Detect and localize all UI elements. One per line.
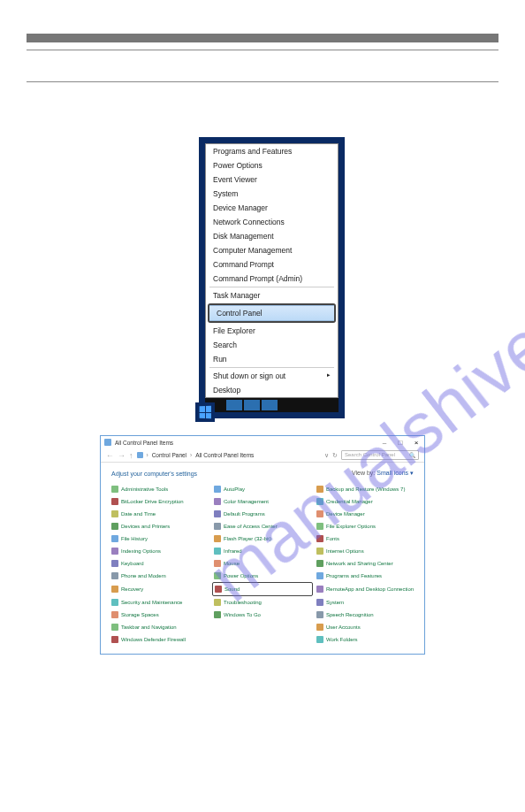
minimize-button[interactable]: –	[380, 439, 389, 447]
control-panel-item[interactable]: Ease of Access Center	[214, 521, 311, 532]
item-label: System	[326, 600, 344, 605]
winx-item[interactable]: Device Manager	[206, 201, 338, 215]
item-icon	[111, 548, 118, 555]
close-button[interactable]: ×	[412, 439, 421, 447]
breadcrumb-root[interactable]: Control Panel	[152, 452, 186, 458]
control-panel-item[interactable]: Indexing Options	[111, 546, 209, 556]
item-label: Device Manager	[326, 511, 365, 517]
item-label: Troubleshooting	[224, 600, 262, 605]
control-panel-item[interactable]: Backup and Restore (Windows 7)	[316, 484, 414, 494]
item-label: Color Management	[224, 499, 269, 504]
menu-separator	[209, 367, 334, 368]
control-panel-item[interactable]: Flash Player (32-bit)	[214, 533, 311, 544]
search-input[interactable]: Search Control Panel 🔍	[341, 450, 419, 460]
winx-item[interactable]: System	[206, 187, 338, 201]
item-label: Windows To Go	[224, 612, 261, 617]
winx-item[interactable]: Computer Management	[206, 243, 338, 257]
control-panel-item[interactable]: Work Folders	[316, 634, 414, 645]
winx-item[interactable]: Power Options	[206, 158, 338, 172]
search-icon: 🔍	[409, 452, 415, 458]
control-panel-item[interactable]: Default Programs	[214, 509, 311, 519]
control-panel-item[interactable]: Date and Time	[111, 509, 209, 519]
winx-item[interactable]: Network Connections	[206, 215, 338, 229]
control-panel-item[interactable]: Color Management	[214, 496, 311, 507]
winx-item[interactable]: Command Prompt (Admin)	[206, 272, 338, 286]
menu-separator	[209, 287, 334, 287]
control-panel-item[interactable]: User Accounts	[316, 622, 414, 632]
control-panel-item[interactable]: Mouse	[214, 558, 311, 569]
back-button[interactable]: ←	[106, 451, 114, 460]
winx-item-task-manager[interactable]: Task Manager	[206, 288, 338, 303]
item-icon	[214, 523, 221, 530]
control-panel-window: All Control Panel Items – □ × ← → ↑ › Co…	[100, 435, 425, 655]
winx-screenshot: Programs and Features Power Options Even…	[199, 137, 345, 418]
control-panel-item[interactable]: Network and Sharing Center	[316, 558, 414, 569]
winx-item-desktop[interactable]: Desktop	[206, 383, 338, 397]
item-icon	[214, 548, 221, 555]
control-panel-item[interactable]: Keyboard	[111, 558, 209, 569]
winx-item[interactable]: Run	[206, 352, 338, 366]
maximize-button[interactable]: □	[396, 439, 405, 447]
item-label: Keyboard	[121, 561, 144, 566]
item-label: Sound	[224, 586, 240, 592]
taskbar-item[interactable]	[226, 400, 242, 410]
item-label: Backup and Restore (Windows 7)	[326, 486, 405, 492]
item-icon	[214, 599, 221, 606]
control-panel-item[interactable]: Phone and Modem	[111, 571, 209, 581]
view-by-dropdown[interactable]: Small icons ▾	[377, 470, 414, 476]
winx-item-shutdown[interactable]: Shut down or sign out	[206, 369, 338, 383]
winx-item[interactable]: File Explorer	[206, 324, 338, 338]
control-panel-item[interactable]: Recovery	[111, 583, 209, 595]
control-panel-item[interactable]: RemoteApp and Desktop Connections	[316, 583, 414, 595]
item-icon	[111, 624, 118, 631]
control-panel-item[interactable]: Security and Maintenance	[111, 597, 209, 608]
control-panel-item[interactable]: File Explorer Options	[316, 521, 414, 532]
item-label: Power Options	[224, 573, 258, 578]
breadcrumb-leaf[interactable]: All Control Panel Items	[195, 452, 254, 458]
control-panel-item[interactable]: Programs and Features	[316, 571, 414, 581]
control-panel-item[interactable]: File History	[111, 533, 209, 544]
control-panel-item[interactable]: Storage Spaces	[111, 609, 209, 620]
control-panel-item-sound-highlighted[interactable]: Sound	[212, 582, 313, 596]
control-panel-item[interactable]: Power Options	[214, 571, 311, 581]
control-panel-item[interactable]: AutoPlay	[214, 484, 311, 494]
winx-item[interactable]: Programs and Features	[206, 144, 338, 158]
control-panel-item[interactable]: Infrared	[214, 546, 311, 556]
item-label: AutoPlay	[224, 486, 245, 492]
taskbar-item[interactable]	[244, 400, 260, 410]
item-icon	[111, 586, 118, 593]
control-panel-item[interactable]: Administrative Tools	[111, 484, 209, 494]
taskbar-item[interactable]	[262, 400, 278, 410]
item-icon	[316, 636, 323, 643]
control-panel-item[interactable]: Windows Defender Firewall	[111, 634, 209, 645]
item-label: File Explorer Options	[326, 524, 376, 529]
control-panel-icon	[137, 452, 143, 458]
control-panel-item[interactable]: Speech Recognition	[316, 609, 414, 620]
item-icon	[111, 560, 118, 567]
control-panel-item[interactable]: Devices and Printers	[111, 521, 209, 532]
winx-item-control-panel[interactable]: Control Panel	[209, 305, 334, 321]
control-panel-item[interactable]: BitLocker Drive Encryption	[111, 496, 209, 507]
control-panel-item[interactable]: Windows To Go	[214, 609, 311, 620]
item-label: File History	[121, 536, 148, 541]
control-panel-item[interactable]: System	[316, 597, 414, 608]
winx-item[interactable]: Disk Management	[206, 229, 338, 243]
start-button[interactable]	[195, 402, 215, 422]
control-panel-item[interactable]: Credential Manager	[316, 496, 414, 507]
item-icon	[111, 636, 118, 643]
item-label: Speech Recognition	[326, 612, 374, 617]
control-panel-item[interactable]: Fonts	[316, 533, 414, 544]
item-icon	[214, 611, 221, 618]
forward-button[interactable]: →	[118, 451, 126, 460]
winx-item[interactable]: Command Prompt	[206, 257, 338, 272]
winx-item[interactable]: Event Viewer	[206, 172, 338, 187]
control-panel-item[interactable]: Internet Options	[316, 546, 414, 556]
control-panel-item[interactable]: Device Manager	[316, 509, 414, 519]
item-label: Security and Maintenance	[121, 600, 182, 605]
page-header-line-1	[27, 50, 498, 50]
winx-item[interactable]: Search	[206, 338, 338, 352]
control-panel-item[interactable]: Troubleshooting	[214, 597, 311, 608]
control-panel-item[interactable]: Taskbar and Navigation	[111, 622, 209, 632]
up-button[interactable]: ↑	[129, 451, 133, 460]
item-icon	[316, 548, 323, 555]
